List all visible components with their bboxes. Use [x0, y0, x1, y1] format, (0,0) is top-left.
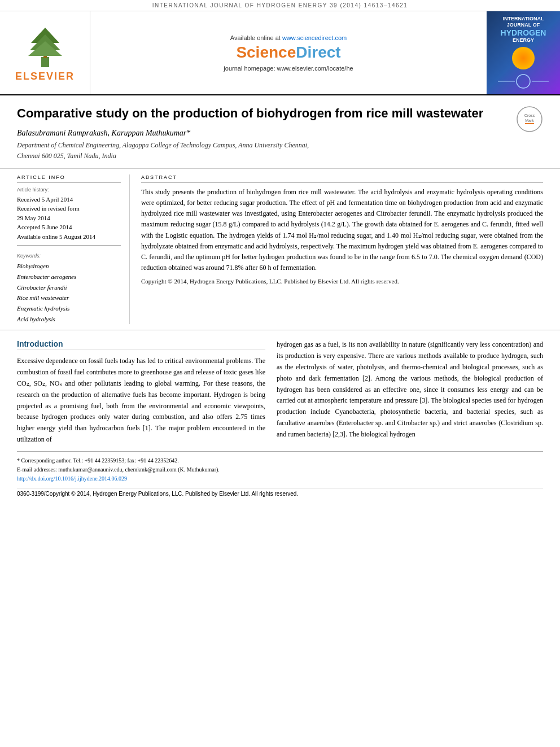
keyword-5: Enzymatic hydrolysis: [17, 303, 121, 314]
introduction-right-text: hydrogen gas as a fuel, is its non avail…: [277, 339, 543, 440]
introduction-left-col: Introduction Excessive dependence on fos…: [17, 339, 265, 445]
article-title-section: Cross Mark Comparative study on the prod…: [0, 95, 560, 169]
available-online-date: Available online 5 August 2014: [17, 232, 121, 242]
svg-text:Mark: Mark: [525, 119, 534, 123]
article-authors: Balasubramani Ramprakash, Karuppan Muthu…: [17, 129, 543, 138]
elsevier-logo-block: ELSEVIER: [0, 11, 90, 94]
footnote-section: * Corresponding author. Tel.: +91 44 223…: [17, 451, 543, 488]
info-divider: [17, 246, 121, 246]
svg-rect-0: [41, 57, 49, 67]
accepted-date: Accepted 5 June 2014: [17, 222, 121, 232]
article-affiliation-line1: Department of Chemical Engineering, Alag…: [17, 141, 543, 150]
introduction-section: Introduction Excessive dependence on fos…: [0, 330, 560, 451]
two-col-section: ARTICLE INFO Article history: Received 5…: [0, 169, 560, 331]
abstract-heading: ABSTRACT: [141, 174, 543, 182]
available-online-text: Available online at www.sciencedirect.co…: [230, 34, 347, 41]
sciencedirect-url-link[interactable]: www.sciencedirect.com: [282, 34, 347, 41]
article-history-label: Article history:: [17, 187, 121, 193]
sciencedirect-block: Available online at www.sciencedirect.co…: [90, 11, 487, 94]
svg-text:Cross: Cross: [524, 113, 535, 117]
keywords-label: Keywords:: [17, 253, 121, 259]
journal-header-text: INTERNATIONAL JOURNAL OF HYDROGEN ENERGY…: [152, 2, 408, 8]
journal-cover-image: International Journal of HYDROGEN ENERGY: [487, 11, 560, 94]
abstract-col: ABSTRACT This study presents the product…: [141, 174, 543, 325]
elsevier-brand-text: ELSEVIER: [15, 71, 75, 82]
footer-issn-text: 0360-3199/Copyright © 2014, Hydrogen Ene…: [17, 491, 298, 497]
introduction-right-col: hydrogen gas as a fuel, is its non avail…: [277, 339, 543, 445]
footnote-doi: http://dx.doi.org/10.1016/j.ijhydene.201…: [17, 474, 543, 483]
article-main-title: Comparative study on the production of b…: [17, 106, 543, 122]
keyword-6: Acid hydrolysis: [17, 314, 121, 325]
journal-header-bar: INTERNATIONAL JOURNAL OF HYDROGEN ENERGY…: [0, 0, 560, 11]
article-info-heading: ARTICLE INFO: [17, 174, 121, 182]
page-footer: 0360-3199/Copyright © 2014, Hydrogen Ene…: [17, 488, 543, 499]
doi-link[interactable]: http://dx.doi.org/10.1016/j.ijhydene.201…: [17, 475, 127, 482]
received-1: Received 5 April 2014: [17, 195, 121, 204]
sciencedirect-logo-text: ScienceDirect: [236, 43, 340, 62]
footnote-corresponding-author: * Corresponding author. Tel.: +91 44 223…: [17, 456, 543, 465]
keyword-2: Enterobacter aerogenes: [17, 272, 121, 282]
article-info-col: ARTICLE INFO Article history: Received 5…: [17, 174, 130, 325]
abstract-text: This study presents the production of bi…: [141, 187, 543, 287]
introduction-heading: Introduction: [17, 339, 265, 350]
introduction-left-text: Excessive dependence on fossil fuels tod…: [17, 356, 265, 445]
article-affiliation-line2: Chennai 600 025, Tamil Nadu, India: [17, 152, 543, 160]
footnote-email: E-mail addresses: muthukumar@annauniv.ed…: [17, 465, 543, 474]
abstract-copyright: Copyright © 2014, Hydrogen Energy Public…: [141, 277, 543, 287]
cover-title-line1: International Journal of HYDROGEN ENERGY: [491, 16, 555, 43]
keyword-3: Citrobacter ferundii: [17, 282, 121, 293]
keywords-section: Keywords: Biohydrogen Enterobacter aerog…: [17, 253, 121, 324]
cover-decorative-circle: [512, 47, 535, 69]
crossmark-badge[interactable]: Cross Mark: [516, 106, 543, 135]
keyword-4: Rice mill wastewater: [17, 292, 121, 303]
journal-homepage-text: journal homepage: www.elsevier.com/locat…: [224, 65, 353, 72]
received-revised-label: Received in revised form: [17, 204, 121, 213]
received-revised-date: 29 May 2014: [17, 213, 121, 223]
cover-decorative-graphic: [492, 73, 554, 90]
svg-point-5: [517, 75, 530, 88]
elsevier-tree-icon: [20, 23, 71, 68]
top-section: ELSEVIER Available online at www.science…: [0, 11, 560, 95]
keyword-1: Biohydrogen: [17, 261, 121, 272]
